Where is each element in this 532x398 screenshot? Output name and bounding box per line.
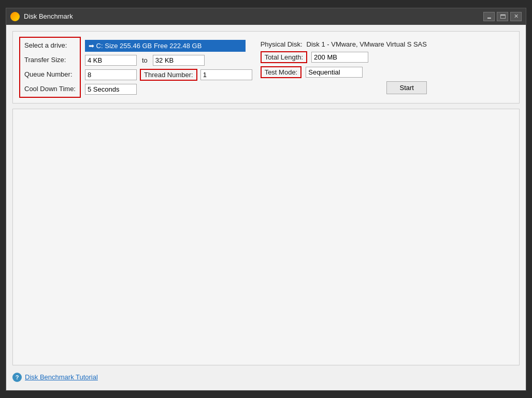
tutorial-link[interactable]: Disk Benchmark Tutorial [25,373,98,381]
right-controls: Physical Disk: Disk 1 - VMware, VMware V… [261,40,427,94]
app-icon [10,12,20,21]
test-mode-row: Test Mode: SequentialRandom [261,66,427,78]
transfer-to-select[interactable]: 32 KB64 KB128 KB256 KB [153,55,205,66]
select-drive-label: Select a drive: [24,40,76,51]
start-row: Start [261,81,427,94]
left-controls: ➡ C: Size 255.46 GB Free 222.48 GB 4 KB8… [85,40,252,95]
physical-disk-row: Physical Disk: Disk 1 - VMware, VMware V… [261,40,427,48]
total-length-label: Total Length: [261,51,307,63]
test-mode-select[interactable]: SequentialRandom [306,67,363,78]
transfer-from-select[interactable]: 4 KB8 KB16 KB32 KB [85,55,137,66]
cool-down-label: Cool Down Time: [24,83,76,95]
title-bar: Disk Benchmark 🗕 🗖 ✕ [6,8,526,25]
window-body: Select a drive: Transfer Size: Queue Num… [6,25,526,390]
window-title: Disk Benchmark [24,12,483,20]
close-button[interactable]: ✕ [510,12,522,21]
physical-disk-value: Disk 1 - VMware, VMware Virtual S SAS [307,40,427,48]
footer: ? Disk Benchmark Tutorial [12,371,520,384]
benchmark-content-area [12,109,520,365]
cooldown-control: 5 Seconds10 Seconds15 Seconds30 Seconds [85,84,252,95]
queue-thread-control: 812416 Thread Number: 1248 [85,69,252,81]
total-length-select[interactable]: 200 MB100 MB500 MB1 GB [311,52,368,63]
physical-disk-label: Physical Disk: [261,40,303,48]
window-controls: 🗕 🗖 ✕ [483,12,522,21]
transfer-size-control: 4 KB8 KB16 KB32 KB to 32 KB64 KB128 KB25… [85,55,252,66]
minimize-button[interactable]: 🗕 [483,12,495,21]
drive-control: ➡ C: Size 255.46 GB Free 222.48 GB [85,40,252,52]
thread-number-select[interactable]: 1248 [200,69,252,80]
controls-panel: Select a drive: Transfer Size: Queue Num… [12,31,520,104]
queue-number-select[interactable]: 812416 [85,69,137,80]
drive-select[interactable]: ➡ C: Size 255.46 GB Free 222.48 GB [85,40,246,52]
cooldown-select[interactable]: 5 Seconds10 Seconds15 Seconds30 Seconds [85,84,137,95]
left-labels-group: Select a drive: Transfer Size: Queue Num… [19,37,81,98]
thread-number-label: Thread Number: [140,69,197,81]
to-label: to [140,56,150,64]
total-length-row: Total Length: 200 MB100 MB500 MB1 GB [261,51,427,63]
test-mode-label: Test Mode: [261,66,302,78]
main-window: Disk Benchmark 🗕 🗖 ✕ Select a drive: Tra… [6,8,526,391]
maximize-button[interactable]: 🗖 [497,12,508,21]
transfer-size-label: Transfer Size: [24,54,76,66]
help-icon[interactable]: ? [12,373,22,382]
queue-number-label: Queue Number: [24,69,76,80]
drive-row: Select a drive: Transfer Size: Queue Num… [19,37,513,98]
start-button[interactable]: Start [386,81,426,94]
